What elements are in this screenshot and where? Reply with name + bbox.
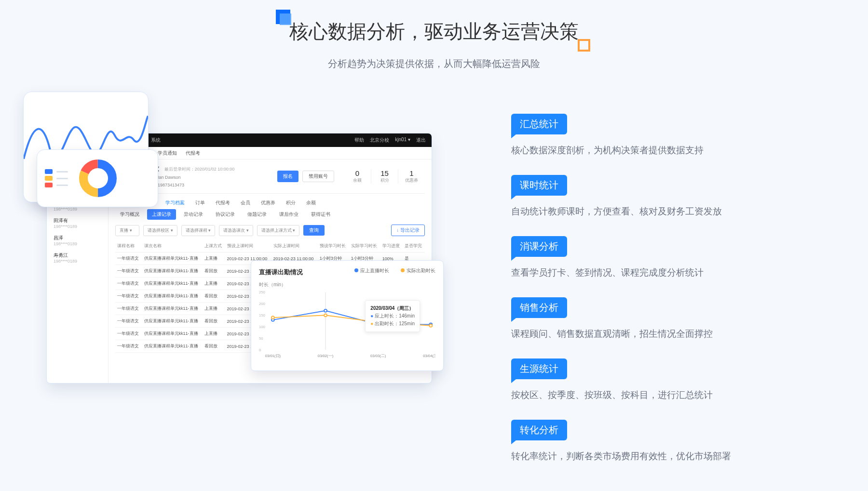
topbar-help[interactable]: 帮助 [354, 137, 364, 144]
hero-title-text: 核心数据分析，驱动业务运营决策 [289, 21, 579, 42]
table-header: 实际上课时间 [271, 240, 318, 252]
feature-tag: 转化分析 [511, 420, 567, 440]
sidebar-student[interactable]: 昌泽198****0189 [47, 232, 108, 249]
svg-text:100: 100 [259, 325, 265, 329]
profile-last-login: 最后登录时间：2020/01/02 10:00:00 [164, 167, 235, 172]
feature-tag: 消课分析 [511, 236, 567, 257]
pill-tab[interactable]: 上课记录 [147, 209, 176, 220]
attendance-chart-card: 直播课出勤情况 应上直播时长实际出勤时长 时长（min） 05010015020… [251, 260, 444, 371]
table-header: 课程名称 [115, 240, 142, 252]
table-header: 课次名称 [142, 240, 203, 252]
subnav-item[interactable]: 代报考 [186, 150, 200, 157]
donut-chart [77, 157, 119, 199]
feature-item: 课时统计 自动统计教师课时，方便查看、核对及财务工资发放 [511, 175, 762, 218]
hero: 核心数据分析，驱动业务运营决策 分析趋势为决策提供依据，从而大幅降低运营风险 [0, 0, 868, 70]
svg-text:250: 250 [259, 290, 265, 294]
feature-item: 转化分析 转化率统计，判断各类市场费用有效性，优化市场部署 [511, 420, 762, 463]
svg-point-15 [271, 316, 274, 319]
donut-card [37, 149, 158, 207]
decor-square-lightblue [280, 13, 291, 25]
filter-course[interactable]: 请选择课程 [181, 225, 216, 236]
pill-tabs: 学习概况上课记录异动记录协议记录做题记录课后作业获得证书 [115, 209, 425, 220]
donut-legend-item [45, 169, 68, 174]
chart-tooltip: 2020/03/04（周三） ● 应上时长：146min ● 出勤时长：125m… [365, 300, 420, 332]
feature-tag: 生源统计 [511, 358, 567, 379]
svg-text:0: 0 [259, 348, 261, 352]
svg-text:03/01(日): 03/01(日) [265, 354, 281, 358]
feature-list: 汇总统计 核心数据深度剖析，为机构决策者提供数据支持 课时统计 自动统计教师课时… [511, 114, 762, 481]
donut-legend-item [45, 183, 68, 187]
enroll-button[interactable]: 报名 [277, 171, 298, 182]
topbar-user[interactable]: kjn01 ▾ [395, 137, 410, 144]
table-header: 预设学习时长 [318, 240, 349, 252]
table-header: 是否学完 [403, 240, 425, 252]
feature-item: 消课分析 查看学员打卡、签到情况、课程完成度分析统计 [511, 236, 762, 279]
profile-account: Ian Dawson [158, 175, 181, 180]
chart-title: 直播课出勤情况 [259, 268, 303, 276]
filter-type[interactable]: 直播 [115, 225, 139, 236]
file-tab[interactable]: 代报考 [216, 199, 230, 206]
feature-item: 销售分析 课程顾问、销售数据直观清晰，招生情况全面撑控 [511, 297, 762, 340]
feature-desc: 按校区、按季度、按班级、按科目，进行汇总统计 [511, 389, 762, 401]
feature-desc: 自动统计教师课时，方便查看、核对及财务工资发放 [511, 205, 762, 218]
svg-text:150: 150 [259, 313, 265, 318]
sidebar-student[interactable]: 寿勇江198****0189 [47, 249, 108, 266]
filter-bar: 直播 请选择校区 请选择课程 请选选课次 请选择上课方式 查询 ↓ 导出记录 [115, 225, 425, 236]
feature-item: 生源统计 按校区、按季度、按班级、按科目，进行汇总统计 [511, 358, 762, 401]
file-tabs: 咨询记录报名学习档案订单代报考会员优惠券积分余额 [115, 199, 425, 206]
pill-tab[interactable]: 获得证书 [306, 209, 335, 220]
pill-tab[interactable]: 课后作业 [274, 209, 303, 220]
filter-campus[interactable]: 请选择校区 [143, 225, 177, 236]
table-header: 学习进度 [380, 240, 403, 252]
chart-legend: 应上直播时长实际出勤时长 [343, 267, 435, 274]
topbar-exit[interactable]: 退出 [416, 137, 426, 144]
feature-desc: 转化率统计，判断各类市场费用有效性，优化市场部署 [511, 450, 762, 463]
search-button[interactable]: 查询 [303, 225, 325, 236]
svg-text:03/03(二): 03/03(二) [370, 354, 386, 358]
file-tab[interactable]: 学习档案 [165, 199, 185, 206]
donut-legend-item [45, 176, 68, 181]
table-header: 上课方式 [203, 240, 225, 252]
svg-point-12 [324, 309, 327, 312]
svg-text:03/02(一): 03/02(一) [318, 354, 334, 358]
svg-text:50: 50 [259, 336, 263, 341]
subnav-item[interactable]: 学员通知 [158, 150, 177, 157]
svg-text:03/04(三): 03/04(三) [423, 354, 435, 358]
pill-tab[interactable]: 学习概况 [115, 209, 144, 220]
export-button[interactable]: ↓ 导出记录 [391, 225, 425, 236]
donut-legend [45, 167, 68, 189]
pill-tab[interactable]: 协议记录 [211, 209, 240, 220]
profile-stat: 0余额 [344, 169, 371, 184]
profile-phone: 19873413473 [158, 183, 184, 187]
profile-block: 仝卿致 最后登录时间：2020/01/02 10:00:00 用户户：Ian D… [115, 164, 425, 194]
hero-title: 核心数据分析，驱动业务运营决策 [289, 18, 579, 45]
feature-tag: 汇总统计 [511, 114, 567, 134]
legend-item: 实际出勤时长 [395, 268, 435, 273]
svg-text:200: 200 [259, 302, 265, 306]
legend-item: 应上直播时长 [349, 268, 389, 273]
topbar-campus[interactable]: 北京分校 [370, 137, 389, 144]
sidebar-student[interactable]: 田泽有198****0189 [47, 214, 108, 232]
pill-tab[interactable]: 做题记录 [243, 209, 271, 220]
profile-stat: 15积分 [371, 169, 398, 184]
topnav-item[interactable]: 系统 [151, 137, 161, 144]
disable-account-button[interactable]: 禁用账号 [302, 171, 334, 182]
svg-point-18 [429, 324, 432, 327]
table-header: 实际学习时长 [349, 240, 380, 252]
feature-tag: 销售分析 [511, 297, 567, 318]
file-tab[interactable]: 会员 [241, 199, 250, 206]
filter-method[interactable]: 请选择上课方式 [257, 225, 300, 236]
pill-tab[interactable]: 异动记录 [179, 209, 208, 220]
filter-lesson[interactable]: 请选选课次 [219, 225, 253, 236]
feature-desc: 核心数据深度剖析，为机构决策者提供数据支持 [511, 144, 762, 157]
file-tab[interactable]: 优惠券 [261, 199, 275, 206]
feature-tag: 课时统计 [511, 175, 567, 196]
table-header: 预设上课时间 [225, 240, 271, 252]
chart-ylabel: 时长（min） [259, 281, 435, 288]
feature-desc: 课程顾问、销售数据直观清晰，招生情况全面撑控 [511, 328, 762, 340]
file-tab[interactable]: 积分 [286, 199, 296, 206]
feature-item: 汇总统计 核心数据深度剖析，为机构决策者提供数据支持 [511, 114, 762, 157]
hero-subtitle: 分析趋势为决策提供依据，从而大幅降低运营风险 [0, 57, 868, 70]
file-tab[interactable]: 余额 [306, 199, 316, 206]
file-tab[interactable]: 订单 [195, 199, 205, 206]
